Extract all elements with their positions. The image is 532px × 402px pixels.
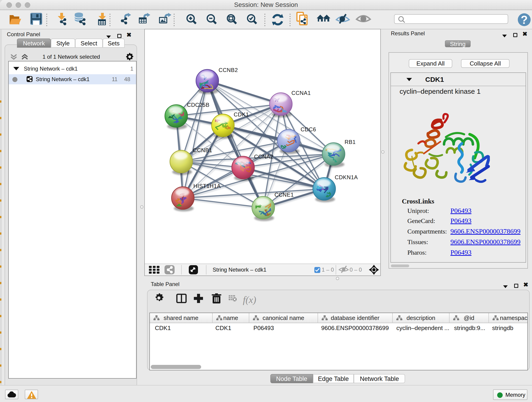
svg-text:CCNB2: CCNB2 xyxy=(219,67,238,73)
svg-text:CCNB1: CCNB1 xyxy=(193,147,212,153)
svg-text:CDKN1A: CDKN1A xyxy=(335,174,358,180)
svg-text:f(x): f(x) xyxy=(243,294,256,305)
svg-text:?: ? xyxy=(521,13,528,26)
svg-text:1 – 0: 1 – 0 xyxy=(322,267,334,273)
svg-text:CDC25B: CDC25B xyxy=(187,102,209,108)
svg-text:CCNA2: CCNA2 xyxy=(254,153,273,160)
svg-text:HIST1H1A: HIST1H1A xyxy=(193,183,221,189)
svg-text:RB1: RB1 xyxy=(345,139,356,145)
svg-text:CCNA1: CCNA1 xyxy=(291,90,311,96)
svg-text:CDK1: CDK1 xyxy=(234,111,249,118)
svg-text:0 – 0: 0 – 0 xyxy=(350,267,362,273)
svg-text:CCNE1: CCNE1 xyxy=(274,191,294,198)
svg-text:String Network – cdk1: String Network – cdk1 xyxy=(213,267,266,273)
svg-text:CDC6: CDC6 xyxy=(301,126,316,133)
